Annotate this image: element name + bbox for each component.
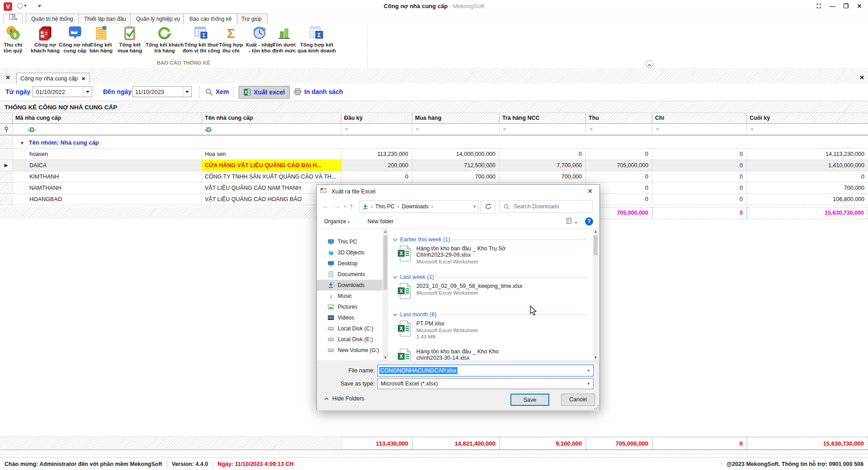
- filter-cell-thu[interactable]: =: [586, 124, 652, 135]
- minimize-icon[interactable]: —: [826, 1, 839, 11]
- help-button[interactable]: ?: [585, 217, 593, 226]
- nav-this-pc[interactable]: This PC: [317, 236, 382, 247]
- view-button[interactable]: Xem: [205, 86, 229, 98]
- back-icon[interactable]: ←: [322, 202, 329, 210]
- scrollbar-thumb[interactable]: [383, 235, 387, 290]
- close-all-tabs-icon[interactable]: ✕: [5, 74, 10, 81]
- save-type-select[interactable]: Microsoft Excel (*.xlsx) ▾: [377, 378, 594, 389]
- ribbon-collapse-button[interactable]: [646, 60, 653, 68]
- tab-tro-giup[interactable]: Trợ giúp: [236, 14, 268, 24]
- ribbon-button-tong-ket-ban-hang[interactable]: Tổng kết bán hàng: [87, 25, 115, 58]
- print-list-button[interactable]: In danh sách: [294, 86, 343, 98]
- search-box[interactable]: [500, 200, 593, 213]
- column-header-cuoi-ky[interactable]: Cuối kỳ: [747, 113, 868, 123]
- table-row[interactable]: KIMTHANH CÔNG TY TNHH SẢN XUẤT QUẢNG CÁO…: [0, 171, 868, 183]
- file-name-input[interactable]: CONGNONHACUNGCAP.xlsx ▾: [377, 365, 594, 376]
- recent-locations-icon[interactable]: ▾: [344, 204, 346, 209]
- tabstrip-close-icon[interactable]: ✕: [859, 74, 864, 81]
- filter-cell-mua-hang[interactable]: =: [412, 124, 500, 135]
- file-group-header[interactable]: Last month (6): [393, 311, 587, 318]
- document-tab-active[interactable]: Công nợ nhà cung cấp ✕: [16, 73, 90, 84]
- nav-videos[interactable]: Videos: [317, 312, 382, 323]
- up-icon[interactable]: ↑: [350, 202, 354, 210]
- nav-scrollbar[interactable]: ▲ ▼: [382, 228, 388, 361]
- fullscreen-icon[interactable]: ⛶: [812, 1, 826, 11]
- scroll-down-icon[interactable]: ▼: [382, 355, 388, 360]
- nav-documents[interactable]: Documents: [317, 269, 382, 280]
- cancel-button[interactable]: Cancel: [561, 394, 595, 406]
- refresh-button[interactable]: [481, 200, 496, 214]
- breadcrumb[interactable]: › This PC › Downloads › ▾: [359, 200, 479, 213]
- organize-button[interactable]: Organize ▾: [324, 218, 349, 225]
- nav-3d-objects[interactable]: 3D Objects: [317, 247, 382, 258]
- scroll-down-icon[interactable]: ▼: [593, 355, 599, 360]
- nav-new-volume-g[interactable]: New Volume (G:): [317, 345, 382, 356]
- column-header-ma-ncc[interactable]: Mã nhà cung cấp: [13, 113, 202, 123]
- ribbon-button-tong-hop-ket-qua-kinh-doanh[interactable]: Σ Tổng hợp kết quả kinh doanh: [295, 25, 339, 58]
- table-row-selected[interactable]: ▶ DAICA CỬA HÀNG VẬT LIỆU QUẢNG CÁO ĐẠI …: [0, 160, 868, 171]
- scrollbar-thumb[interactable]: [594, 235, 598, 255]
- column-header-thu[interactable]: Thu: [586, 113, 652, 123]
- crumb-downloads[interactable]: Downloads: [402, 203, 429, 210]
- nav-music[interactable]: ♪ Music: [317, 291, 382, 301]
- column-header-chi[interactable]: Chi: [652, 113, 747, 123]
- filter-cell-dau-ky[interactable]: =: [341, 124, 412, 135]
- table-row[interactable]: hoasen Hoa sen 113,230,000 14,000,000,00…: [0, 149, 868, 160]
- file-item[interactable]: X PT PM.xlsx Microsoft Excel Worksheet 1…: [397, 320, 527, 339]
- tab-thiet-lap-ban-dau[interactable]: Thiết lập ban đầu: [78, 14, 132, 24]
- filter-pin-icon[interactable]: [0, 124, 13, 135]
- dialog-close-icon[interactable]: ✕: [580, 185, 599, 197]
- save-button[interactable]: Save: [510, 394, 549, 406]
- nav-local-disk-e[interactable]: Local Disk (E:): [317, 334, 382, 345]
- export-excel-button[interactable]: X Xuất excel: [239, 86, 290, 99]
- from-date-input[interactable]: 01/10/2022: [33, 86, 92, 97]
- filter-cell-ma[interactable]: aBc: [13, 124, 202, 135]
- search-input[interactable]: [513, 203, 582, 210]
- filter-cell-tra-hang[interactable]: =: [500, 124, 586, 135]
- tab-quan-ly-nghiep-vu[interactable]: Quản lý nghiệp vụ: [130, 14, 186, 24]
- file-name-dropdown-icon[interactable]: ▾: [587, 368, 590, 373]
- file-item[interactable]: X 2023_10_02_09_59_58_keeping_time.xlsx …: [397, 283, 523, 299]
- column-header-ten-ncc[interactable]: Tên nhà cung cấp: [202, 113, 341, 123]
- to-date-input[interactable]: 11/10/2023: [132, 86, 192, 97]
- file-group-header[interactable]: Last week (1): [393, 274, 587, 280]
- group-collapse-icon[interactable]: ▼: [20, 141, 24, 146]
- forward-icon[interactable]: →: [334, 202, 340, 210]
- view-options-button[interactable]: ▾: [566, 218, 577, 225]
- filter-cell-ten[interactable]: aBc: [202, 124, 341, 135]
- hide-folders-button[interactable]: Hide Folders: [324, 395, 364, 402]
- scroll-up-icon[interactable]: ▲: [382, 229, 388, 234]
- crumb-this-pc[interactable]: This PC: [375, 203, 395, 210]
- nav-local-disk-c[interactable]: Local Disk (C:): [317, 323, 382, 334]
- application-menu-button[interactable]: ▾: [4, 14, 23, 24]
- file-item[interactable]: X Hàng tồn kho ban đầu _ Kho Kho chính20…: [397, 348, 527, 361]
- address-dropdown-icon[interactable]: ▾: [473, 204, 476, 209]
- dialog-titlebar[interactable]: Xuất ra file Excel: [317, 185, 599, 197]
- column-header-mua-hang[interactable]: Mua hàng: [412, 113, 500, 123]
- new-folder-button[interactable]: New folder: [368, 218, 393, 225]
- save-type-dropdown-icon[interactable]: ▾: [587, 381, 590, 386]
- group-row[interactable]: ▼ Tên nhóm: Nhà cung cấp: [0, 137, 868, 149]
- column-header-dau-ky[interactable]: Đầu kỳ: [341, 113, 412, 123]
- ribbon-button-tong-ket-mua-hang[interactable]: Tổng kết mua hàng: [115, 25, 145, 58]
- nav-downloads-selected[interactable]: Downloads: [317, 280, 382, 291]
- column-header-tra-hang-ncc[interactable]: Trả hàng NCC: [500, 113, 586, 123]
- file-item[interactable]: X Hàng tồn kho ban đầu _ Kho Trụ Sở Chín…: [397, 245, 527, 264]
- scroll-up-icon[interactable]: ▲: [593, 229, 599, 234]
- from-date-dropdown-icon[interactable]: [83, 87, 92, 97]
- resize-grip[interactable]: [594, 405, 599, 409]
- ribbon-button-tong-hop-thu-chi[interactable]: Σ Tổng hợp thu chi: [216, 25, 246, 58]
- filter-cell-chi[interactable]: =: [652, 124, 747, 135]
- tab-quan-tri-he-thong[interactable]: Quản trị hệ thống: [25, 14, 79, 24]
- tab-bao-cao-thong-ke[interactable]: Báo cáo thống kê: [184, 14, 237, 25]
- file-group-header[interactable]: Earlier this week (1): [393, 236, 587, 243]
- nav-pictures[interactable]: Pictures: [317, 301, 382, 312]
- file-list-scrollbar[interactable]: ▲ ▼: [593, 228, 599, 361]
- nav-desktop[interactable]: Desktop: [317, 258, 382, 269]
- close-icon[interactable]: ✕: [853, 1, 866, 11]
- ribbon-button-thu-chi-ton-quy[interactable]: €$ Thu chi tồn quỹ: [1, 25, 25, 58]
- close-tab-icon[interactable]: ✕: [81, 73, 85, 84]
- ribbon-button-ton-duoi-dinh-muc[interactable]: Tồn dưới định mức: [269, 25, 298, 58]
- filter-cell-cuoi-ky[interactable]: =: [747, 124, 868, 135]
- to-date-dropdown-icon[interactable]: [183, 87, 191, 97]
